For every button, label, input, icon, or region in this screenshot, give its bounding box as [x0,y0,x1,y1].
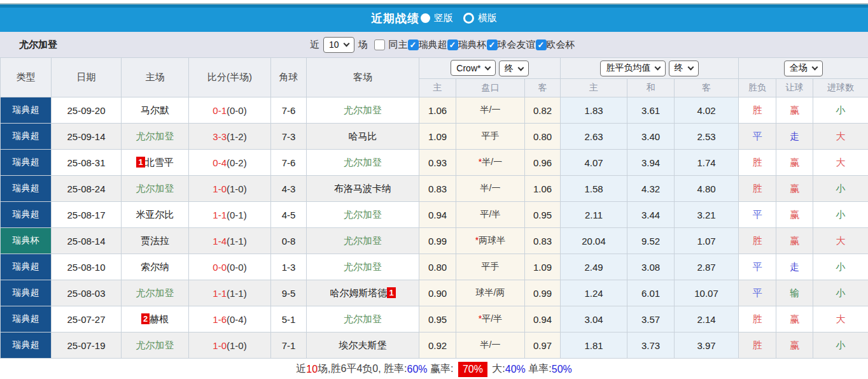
avg-draw-cell: 3.44 [627,202,675,228]
odds-away-cell: 0.96 [525,150,561,176]
odds-away-cell: 0.94 [525,306,561,333]
rank-badge: 2 [141,313,150,324]
away-team-cell: 尤尔加登 [307,228,419,254]
corners-cell: 7-3 [271,124,307,150]
odds-away-cell: 1.06 [525,176,561,202]
table-row: 瑞典超 25-08-24 尤尔加登 1-0(1-0) 4-3 布洛马波卡纳 0.… [1,176,868,202]
chevron-down-icon [485,64,491,70]
avg-draw-cell: 3.57 [627,306,675,333]
handicap-cell: 半/一 [456,97,525,124]
result-cell: 平 [739,202,776,228]
league-checkbox-conference[interactable] [536,39,547,50]
odds-home-cell: 0.90 [419,280,456,306]
date-cell: 25-08-03 [52,280,122,306]
odds-home-cell: 0.94 [419,202,456,228]
avg-home-cell: 20.04 [561,228,627,254]
avg-time-select[interactable]: 终 [669,61,699,76]
bookmaker-select[interactable]: Crow* [451,60,496,76]
score-cell: 1-1(0-1) [189,202,271,228]
goals-cell: 小 [813,176,868,202]
table-row: 瑞典超 25-08-03 尤尔加登 1-1(1-1) 9-5 哈尔姆斯塔德1 0… [1,280,868,306]
score-cell: 1-0(1-0) [189,176,271,202]
handicap-cell: 半/一 [456,333,525,359]
date-cell: 25-08-14 [52,228,122,254]
away-team-cell: 哈尔姆斯塔德1 [307,280,419,306]
result-cell: 胜 [739,333,776,359]
header-avg-group: 胜平负均值 终 [561,58,739,79]
horizontal-layout-label[interactable]: 横版 [478,12,497,24]
league-checkbox-svenska-cupen[interactable] [447,39,458,50]
result-cell: 胜 [739,306,776,333]
header-type: 类型 [1,58,52,97]
result-cell: 胜 [739,150,776,176]
summary-segment: 70% [458,362,487,377]
home-team-cell: 1北雪平 [122,150,189,176]
handicap-result-cell: 赢 [776,97,813,124]
match-type-cell: 瑞典超 [1,176,52,202]
score-cell: 3-3(1-2) [189,124,271,150]
table-row: 瑞典超 25-08-17 米亚尔比 1-1(0-1) 4-5 尤尔加登 0.94… [1,202,868,228]
away-team-cell: 埃尔夫斯堡 [307,333,419,359]
avg-home-cell: 1.83 [561,97,627,124]
vertical-layout-label[interactable]: 竖版 [434,12,453,24]
match-type-cell: 瑞典超 [1,333,52,359]
date-cell: 25-08-10 [52,254,122,280]
odds-home-cell: 0.95 [419,306,456,333]
odds-away-cell: 1.09 [525,254,561,280]
summary-bar: 近10场,胜6平4负0, 胜率:60% 赢率: 70% 大:40% 单率:50% [0,359,868,379]
fulltime-select[interactable]: 全场 [784,61,823,76]
odds-away-cell: 0.97 [525,333,561,359]
home-team-cell: 2赫根 [122,306,189,333]
rank-badge: 1 [387,287,395,298]
horizontal-layout-radio[interactable] [463,13,474,24]
chevron-down-icon [517,64,524,71]
odds-time-select[interactable]: 终 [499,61,529,76]
avg-draw-cell: 3.61 [627,97,675,124]
avg-away-cell: 2.87 [675,254,739,280]
avg-away-cell: 2.53 [675,124,739,150]
goals-cell: 小 [813,202,868,228]
score-cell: 0-0(0-0) [189,254,271,280]
goals-cell: 小 [813,280,868,306]
goals-cell: 小 [813,97,868,124]
matches-label: 场 [358,39,368,51]
handicap-cell: 平手 [456,124,525,150]
odds-home-cell: 0.80 [419,254,456,280]
summary-segment: 60% [407,364,428,375]
score-cell: 1-0(1-0) [189,333,271,359]
table-row: 瑞典超 25-09-14 尤尔加登 3-3(1-2) 7-3 哈马比 1.09 … [1,124,868,150]
same-home-checkbox[interactable] [374,39,385,50]
league-label-allsvenskan: 瑞典超 [419,39,447,51]
same-home-label: 同主 [389,39,408,51]
team-name: 尤尔加登 [19,39,57,51]
home-team-cell: 米亚尔比 [122,202,189,228]
league-checkbox-allsvenskan[interactable] [408,39,419,50]
avg-draw-cell: 9.52 [627,228,675,254]
avg-away-cell: 1.07 [675,228,739,254]
summary-segment: 近 [296,362,306,376]
home-team-cell: 马尔默 [122,97,189,124]
odds-away-cell: 0.80 [525,124,561,150]
table-row: 瑞典超 25-07-27 2赫根 1-6(0-4) 5-1 尤尔加登 0.95 … [1,306,868,333]
table-row: 瑞典超 25-09-20 马尔默 0-1(0-0) 7-6 尤尔加登 1.06 … [1,97,868,124]
table-row: 瑞典超 25-08-31 1北雪平 0-4(0-2) 7-6 尤尔加登 0.93… [1,150,868,176]
subheader-avg-home: 主 [561,79,627,97]
handicap-cell: *两球半 [456,228,525,254]
avg-away-cell: 3.97 [675,333,739,359]
date-cell: 25-09-14 [52,124,122,150]
date-cell: 25-08-24 [52,176,122,202]
goals-cell: 小 [813,254,868,280]
avg-draw-cell: 3.73 [627,333,675,359]
summary-segment: 赢率: [428,362,456,376]
vertical-layout-radio[interactable] [421,13,430,23]
goals-cell: 大 [813,150,868,176]
results-tbody: 瑞典超 25-09-20 马尔默 0-1(0-0) 7-6 尤尔加登 1.06 … [1,97,868,359]
match-count-select[interactable]: 10 [323,37,354,53]
summary-segment: 大: [489,362,505,376]
league-label-conference: 欧会杯 [547,39,575,51]
home-team-cell: 尤尔加登 [122,333,189,359]
home-team-cell: 索尔纳 [122,254,189,280]
score-cell: 1-1(1-1) [189,280,271,306]
league-checkbox-friendly[interactable] [487,39,498,50]
avg-type-select[interactable]: 胜平负均值 [600,61,666,76]
